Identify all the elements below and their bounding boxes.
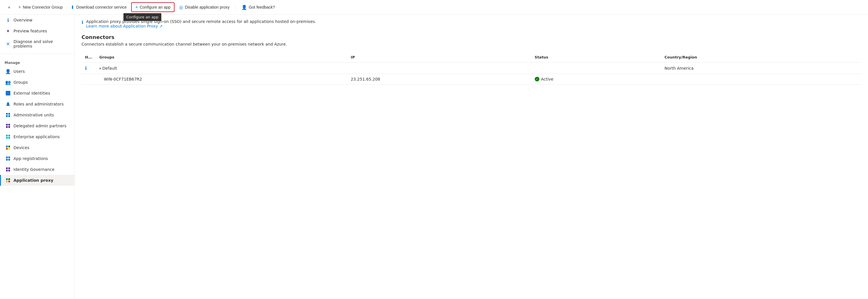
sidebar-item-label: Users <box>13 69 25 74</box>
svg-rect-23 <box>6 167 8 169</box>
configure-app-label: Configure an app <box>140 5 170 9</box>
sidebar-item-overview[interactable]: ℹ Overview <box>0 14 74 26</box>
info-icon: ℹ <box>82 20 83 25</box>
connector-country-cell <box>661 74 861 85</box>
svg-rect-29 <box>6 180 8 182</box>
col-header-health[interactable]: H... <box>82 52 96 63</box>
svg-rect-17 <box>6 148 8 150</box>
svg-rect-10 <box>8 126 10 128</box>
svg-rect-3 <box>6 113 8 115</box>
sidebar-item-administrative-units[interactable]: Administrative units <box>0 109 74 121</box>
svg-rect-30 <box>8 180 10 182</box>
svg-rect-28 <box>8 178 10 180</box>
devices-icon <box>5 145 11 150</box>
svg-rect-19 <box>6 157 8 158</box>
sidebar-divider <box>0 54 74 54</box>
info-text: Application proxy provides single sign-o… <box>86 19 316 24</box>
svg-rect-6 <box>8 115 10 117</box>
overview-icon: ℹ <box>5 18 11 23</box>
configure-app-button[interactable]: + Configure an app <box>131 2 175 12</box>
sidebar-item-label: Enterprise applications <box>13 134 60 139</box>
collapse-sidebar-button[interactable]: « <box>5 3 14 11</box>
new-connector-group-button[interactable]: + New Connector Group <box>15 3 66 11</box>
expand-icon[interactable]: ▾ <box>99 67 101 70</box>
sidebar-item-application-proxy[interactable]: Application proxy <box>0 175 74 186</box>
info-text-container: Application proxy provides single sign-o… <box>86 19 316 28</box>
external-identities-icon: 👤 <box>5 91 11 96</box>
toolbar: « + New Connector Group ⬇ Download conne… <box>0 0 868 14</box>
sidebar-item-label: Diagnose and solve problems <box>13 39 70 48</box>
sidebar-item-label: Overview <box>13 18 32 22</box>
group-info-icon: ℹ <box>85 65 87 71</box>
users-icon: 👤 <box>5 69 11 74</box>
manage-section-label: Manage <box>0 56 74 66</box>
sidebar-item-devices[interactable]: Devices <box>0 142 74 153</box>
col-header-status[interactable]: Status <box>531 52 661 63</box>
group-country-cell: North America <box>661 63 861 74</box>
sidebar-item-label: Devices <box>13 145 29 150</box>
identity-governance-icon <box>5 167 11 172</box>
svg-rect-24 <box>8 167 10 169</box>
groups-icon: 👥 <box>5 80 11 85</box>
col-header-ip[interactable]: IP <box>347 52 531 63</box>
svg-rect-21 <box>6 159 8 161</box>
main-layout: ℹ Overview ✦ Preview features ✕ Diagnose… <box>0 14 868 299</box>
sidebar-item-diagnose[interactable]: ✕ Diagnose and solve problems <box>0 36 74 51</box>
sidebar-item-roles-administrators[interactable]: Roles and administrators <box>0 99 74 109</box>
connectors-title: Connectors <box>82 34 861 40</box>
feedback-button[interactable]: 👤 Got feedback? <box>238 3 278 12</box>
status-active: ✓ Active <box>535 77 658 81</box>
svg-rect-5 <box>6 115 8 117</box>
feedback-icon: 👤 <box>241 5 247 10</box>
connector-status-cell: ✓ Active <box>531 74 661 85</box>
download-icon: ⬇ <box>71 5 74 10</box>
disable-icon: ◎ <box>179 5 183 10</box>
sidebar-item-label: Roles and administrators <box>13 102 64 106</box>
table-header: H... Groups IP Status Country/Region <box>82 52 861 63</box>
table-row[interactable]: ℹ ▾ Default North America <box>82 63 861 74</box>
sidebar-item-groups[interactable]: 👥 Groups <box>0 77 74 88</box>
col-header-country[interactable]: Country/Region <box>661 52 861 63</box>
disable-proxy-button[interactable]: ◎ Disable application proxy <box>176 3 233 12</box>
sidebar-item-identity-governance[interactable]: Identity Governance <box>0 164 74 175</box>
admin-units-icon <box>5 112 11 118</box>
group-name-cell: ▾ Default <box>96 63 347 74</box>
svg-rect-16 <box>8 146 10 147</box>
sidebar-item-label: Administrative units <box>13 113 54 117</box>
sidebar-item-label: Delegated admin partners <box>13 124 66 128</box>
col-header-groups[interactable]: Groups <box>96 52 347 63</box>
sidebar-item-enterprise-applications[interactable]: Enterprise applications <box>0 131 74 142</box>
sidebar-item-preview-features[interactable]: ✦ Preview features <box>0 26 74 36</box>
disable-proxy-label: Disable application proxy <box>185 5 229 9</box>
svg-rect-7 <box>6 124 8 126</box>
sidebar-item-app-registrations[interactable]: App registrations <box>0 153 74 164</box>
svg-text:👤: 👤 <box>6 92 10 95</box>
sidebar-item-label: Groups <box>13 80 28 85</box>
delegated-admin-icon <box>5 123 11 128</box>
connector-health-cell <box>82 74 96 85</box>
enterprise-apps-icon <box>5 134 11 139</box>
svg-rect-26 <box>8 170 10 171</box>
connector-name-cell: WIN-0CF71EB67R2 <box>96 74 347 85</box>
preview-features-icon: ✦ <box>5 28 11 34</box>
sidebar-item-external-identities[interactable]: 👤 External Identities <box>0 88 74 99</box>
configure-plus-icon: + <box>135 5 138 10</box>
sidebar: ℹ Overview ✦ Preview features ✕ Diagnose… <box>0 14 74 299</box>
feedback-label: Got feedback? <box>249 5 275 9</box>
svg-rect-9 <box>6 126 8 128</box>
table-body: ℹ ▾ Default North America WIN-0CF71EB67R… <box>82 63 861 85</box>
sidebar-item-users[interactable]: 👤 Users <box>0 66 74 77</box>
learn-more-link[interactable]: Learn more about Application Proxy ↗ <box>86 24 162 28</box>
group-status-cell <box>531 63 661 74</box>
connectors-table: H... Groups IP Status Country/Region <box>82 52 861 85</box>
plus-icon: + <box>19 5 21 10</box>
table-row[interactable]: WIN-0CF71EB67R2 23.251.65.208 ✓ Active <box>82 74 861 85</box>
sidebar-item-delegated-admin[interactable]: Delegated admin partners <box>0 121 74 131</box>
download-connector-button[interactable]: ⬇ Download connector service <box>67 3 130 12</box>
svg-rect-18 <box>8 148 10 150</box>
diagnose-icon: ✕ <box>5 41 11 46</box>
external-link-icon: ↗ <box>159 24 163 28</box>
svg-rect-13 <box>6 137 8 139</box>
application-proxy-icon <box>5 178 11 183</box>
sidebar-item-label: External Identities <box>13 91 50 96</box>
